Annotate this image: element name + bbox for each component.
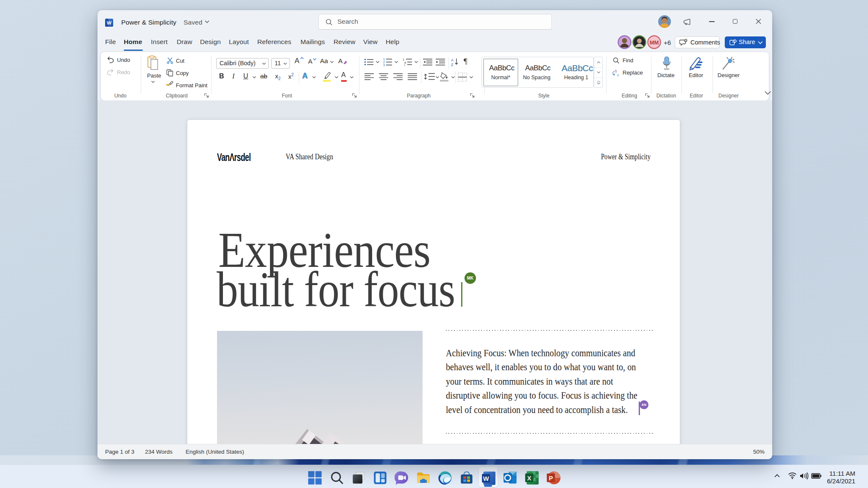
svg-text:c: c [617,73,619,77]
svg-text:2: 2 [383,61,385,64]
svg-text:W: W [107,20,111,25]
svg-text:@: @ [684,39,687,42]
svg-text:Z: Z [451,63,453,67]
svg-text:W: W [483,475,489,482]
svg-text:3: 3 [383,64,385,66]
svg-text:X: X [527,475,531,482]
svg-text:P: P [549,475,553,482]
svg-text:MM: MM [650,39,659,46]
svg-text:1: 1 [403,58,404,61]
svg-text:1: 1 [383,58,385,61]
svg-text:A: A [451,58,453,62]
